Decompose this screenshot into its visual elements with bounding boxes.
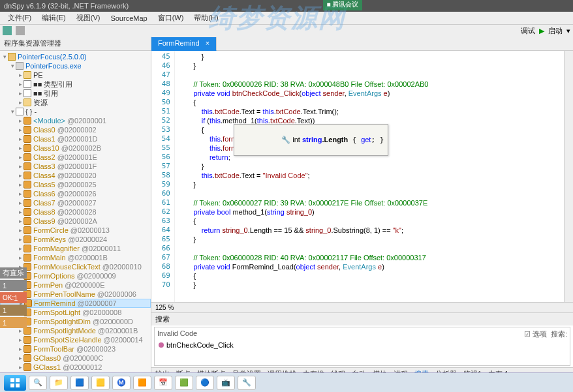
side-notification-badges: 有直乐 1 OK: 1 1 1 xyxy=(0,267,27,329)
title-bar: dnSpy v6.1.9 (32-bit, .NET Framework) xyxy=(0,0,573,12)
tree-node-GClass1[interactable]: ▸GClass1@02000012 xyxy=(0,363,151,372)
svg-rect-1 xyxy=(16,378,20,382)
tree-node-资源[interactable]: ▸资源 xyxy=(0,98,151,107)
tree-node-Class2[interactable]: ▸Class2@0200001E xyxy=(0,153,151,162)
intellisense-tooltip: 🔧 int string.Length { get; } xyxy=(234,124,388,156)
taskbar-app-8[interactable]: 🔵 xyxy=(196,376,214,390)
app-title: dnSpy v6.1.9 (32-bit, .NET Framework) xyxy=(4,2,129,10)
close-icon[interactable]: × xyxy=(206,39,209,47)
tree-node-PointerFocus.exe[interactable]: ▾PointerFocus.exe xyxy=(0,61,151,70)
tree-node-GClass0[interactable]: ▸GClass0@0200000C xyxy=(0,354,151,363)
taskbar-app-10[interactable]: 🔧 xyxy=(238,376,256,390)
search-options[interactable]: ☑ 选项 xyxy=(524,330,547,338)
tree-node-FormToolBar[interactable]: ▸FormToolBar@02000023 xyxy=(0,344,151,354)
taskbar-app-1[interactable]: 📁 xyxy=(50,376,68,390)
search-result-head: Invalid Code xyxy=(157,329,197,339)
taskbar-app-3[interactable]: 🟨 xyxy=(91,376,110,390)
start-button[interactable]: 启动 xyxy=(548,26,563,36)
nav-fwd-icon[interactable] xyxy=(16,26,25,35)
nav-back-icon[interactable] xyxy=(3,26,12,35)
search-panel-header: 搜索 xyxy=(151,312,573,325)
tab-formremind[interactable]: FormRemind × xyxy=(151,37,217,51)
search-results: Invalid Code ☑ 选项 搜索: btnCheckCode_Click xyxy=(154,327,570,366)
tree-node-Class0[interactable]: ▸Class0@02000002 xyxy=(0,125,151,134)
taskbar-app-9[interactable]: 📺 xyxy=(217,376,235,390)
tree-node-Class6[interactable]: ▸Class6@02000026 xyxy=(0,189,151,198)
editor-tabs: FormRemind × xyxy=(151,37,573,51)
code-content[interactable]: } } // Token: 0x06000026 RID: 38 RVA: 0x… xyxy=(175,51,564,302)
taskbar-search[interactable]: 🔍 xyxy=(29,376,47,390)
taskbar-app-7[interactable]: 🟩 xyxy=(175,376,193,390)
method-icon xyxy=(159,342,164,348)
search-result-item[interactable]: btnCheckCode_Click xyxy=(157,340,567,350)
toolbar: 调试 ▶ 启动 ▾ xyxy=(0,25,573,37)
tree-node-Class1[interactable]: ▸Class1@0200001D xyxy=(0,134,151,143)
tree-node-Class3[interactable]: ▸Class3@0200001F xyxy=(0,162,151,171)
menu-帮助(H)[interactable]: 帮助(H) xyxy=(189,12,223,24)
start-button-win[interactable] xyxy=(4,375,26,391)
tree-node-PointerFocus[interactable]: ▾PointerFocus (2.5.0.0) xyxy=(0,52,151,61)
menu-视图(V)[interactable]: 视图(V) xyxy=(71,12,106,24)
tree-node-■■ 引用[interactable]: ▸■■ 引用 xyxy=(0,89,151,98)
svg-rect-0 xyxy=(10,378,14,382)
panel-header: 程序集资源管理器 xyxy=(0,37,151,51)
menu-窗口(W)[interactable]: 窗口(W) xyxy=(153,12,189,24)
assembly-tree[interactable]: ▾PointerFocus (2.5.0.0)▾PointerFocus.exe… xyxy=(0,51,151,380)
tree-node-FormCircle[interactable]: ▸FormCircle@02000013 xyxy=(0,226,151,235)
tree-node-■■ 类型引用[interactable]: ▸■■ 类型引用 xyxy=(0,80,151,89)
tree-node-Class4[interactable]: ▸Class4@02000020 xyxy=(0,171,151,180)
tree-node-FormMain[interactable]: ▸FormMain@0200001B xyxy=(0,253,151,262)
scrollbar-vertical[interactable] xyxy=(564,51,573,302)
menu-bar: 文件(F)编辑(E)视图(V)SourceMap窗口(W)帮助(H) xyxy=(0,12,573,25)
tree-node-Class9[interactable]: ▸Class9@0200002A xyxy=(0,217,151,226)
tree-node-Class8[interactable]: ▸Class8@02000028 xyxy=(0,207,151,217)
tree-node-Class7[interactable]: ▸Class7@02000027 xyxy=(0,198,151,207)
debug-label: 调试 xyxy=(521,26,535,36)
zoom-level[interactable]: 125 % xyxy=(151,302,573,312)
tree-node-FormSpotSizeHandle[interactable]: ▸FormSpotSizeHandle@02000014 xyxy=(0,335,151,344)
tree-node-Class10[interactable]: ▸Class10@0200002B xyxy=(0,143,151,153)
tree-node-<Module>[interactable]: ▸<Module>@02000001 xyxy=(0,116,151,125)
menu-编辑(E)[interactable]: 编辑(E) xyxy=(37,12,71,24)
tree-node-FormMagnifier[interactable]: ▸FormMagnifier@02000011 xyxy=(0,244,151,253)
taskbar-app-5[interactable]: 🟧 xyxy=(133,376,151,390)
tree-node-{ } -[interactable]: ▾{ } - xyxy=(0,107,151,116)
menu-SourceMap[interactable]: SourceMap xyxy=(105,13,152,23)
windows-taskbar[interactable]: 🔍 📁 🟦 🟨 Ⓜ️ 🟧 📅 🟩 🔵 📺 🔧 xyxy=(0,372,573,392)
tree-node-FormKeys[interactable]: ▸FormKeys@02000024 xyxy=(0,235,151,244)
svg-rect-3 xyxy=(16,384,20,387)
svg-rect-2 xyxy=(10,384,14,387)
code-editor[interactable]: 4546474849505152535455565758596061626364… xyxy=(151,51,573,302)
taskbar-app-2[interactable]: 🟦 xyxy=(70,376,89,390)
line-gutter: 4546474849505152535455565758596061626364… xyxy=(151,51,175,302)
taskbar-app-6[interactable]: 📅 xyxy=(154,376,172,390)
tree-node-Class5[interactable]: ▸Class5@02000025 xyxy=(0,180,151,189)
tree-node-PE[interactable]: ▸PE xyxy=(0,70,151,80)
taskbar-app-4[interactable]: Ⓜ️ xyxy=(112,376,131,390)
menu-文件(F)[interactable]: 文件(F) xyxy=(3,12,37,24)
